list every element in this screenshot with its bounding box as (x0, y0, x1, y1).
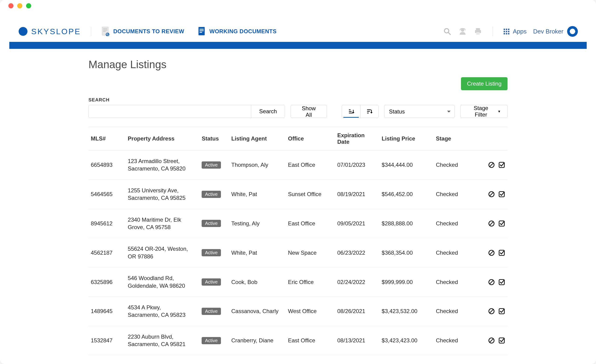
svg-line-45 (490, 280, 493, 284)
cancel-listing-button[interactable] (488, 337, 495, 344)
cell-address: 546 Woodland Rd, Goldendale, WA 98620 (126, 268, 200, 297)
cancel-listing-button[interactable] (488, 220, 495, 227)
search-icon (444, 28, 451, 35)
cancel-listing-button[interactable] (488, 279, 495, 286)
cell-price: $3,423,423.00 (379, 326, 433, 355)
cell-exp: 09/05/2021 (335, 209, 380, 238)
cancel-icon (488, 279, 495, 286)
cell-office: West Office (286, 297, 335, 326)
sort-desc-icon (366, 108, 372, 115)
cell-stage: Checked (433, 326, 478, 355)
th-status[interactable]: Status (199, 127, 229, 151)
cell-actions (478, 326, 507, 355)
stage-filter-button[interactable]: Stage Filter ▼ (460, 105, 507, 118)
cancel-listing-button[interactable] (488, 191, 495, 198)
th-stage[interactable]: Stage (433, 127, 478, 151)
cell-address: 1255 University Ave, Sacramento, CA 9582… (126, 180, 200, 209)
cell-stage: Checked (433, 268, 478, 297)
cell-address: 123 Armadillo Street, Sacramento, CA 958… (126, 151, 200, 180)
mac-close-dot[interactable] (8, 3, 14, 8)
mac-minimize-dot[interactable] (17, 3, 22, 8)
approve-listing-button[interactable] (498, 337, 505, 344)
approve-listing-button[interactable] (498, 279, 505, 286)
support-agent-icon (459, 28, 467, 35)
cell-stage: Checked (433, 297, 478, 326)
search-input[interactable] (89, 105, 251, 118)
header-print-icon[interactable] (474, 27, 482, 36)
check-square-icon (498, 337, 505, 344)
header-accent-bar (9, 42, 587, 49)
cell-agent: Cook, Bob (229, 268, 286, 297)
check-square-icon (498, 249, 505, 256)
cell-exp: 07/31/2021 (335, 355, 380, 359)
cell-office: East Office (286, 326, 335, 355)
approve-listing-button[interactable] (498, 220, 505, 227)
cell-actions (478, 151, 507, 180)
cell-agent: Thompson, Aly (229, 151, 286, 180)
cell-status: Active (199, 297, 229, 326)
apps-menu[interactable]: Apps (503, 28, 527, 35)
th-agent[interactable]: Listing Agent (229, 127, 286, 151)
table-row: 1489645 4534 A Pkwy, Sacramento, CA 9582… (89, 297, 507, 326)
cell-exp: 07/01/2023 (335, 151, 380, 180)
mac-zoom-dot[interactable] (26, 3, 31, 8)
app-window: SKYSLOPE DOCUMENTS TO REVIEW (0, 0, 596, 364)
svg-rect-19 (508, 29, 509, 30)
th-expiration[interactable]: Expiration Date (335, 127, 380, 151)
approve-listing-button[interactable] (498, 308, 505, 315)
cell-mls: 4971246 (89, 355, 126, 359)
apps-menu-label: Apps (513, 28, 527, 35)
cell-office: Eric Office (286, 268, 335, 297)
status-select[interactable]: Status (384, 105, 455, 118)
cell-price: $879,456.00 (379, 355, 433, 359)
nav-documents-to-review[interactable]: DOCUMENTS TO REVIEW (102, 27, 184, 36)
cell-exp: 08/26/2021 (335, 297, 380, 326)
cell-status: Active (199, 268, 229, 297)
header-search-icon[interactable] (443, 27, 452, 36)
cell-price: $999,999.00 (379, 268, 433, 297)
cell-office: New Space (286, 238, 335, 268)
header-separator (91, 27, 91, 36)
nav-working-documents[interactable]: WORKING DOCUMENTS (198, 27, 276, 36)
sort-asc-button[interactable] (342, 105, 360, 118)
cancel-listing-button[interactable] (488, 308, 495, 315)
show-all-button[interactable]: Show All (291, 105, 327, 118)
sort-desc-button[interactable] (360, 105, 378, 118)
brand-logo[interactable]: SKYSLOPE (18, 27, 81, 36)
cell-exp: 06/23/2022 (335, 238, 380, 268)
svg-rect-18 (506, 29, 507, 30)
approve-listing-button[interactable] (498, 191, 505, 198)
th-mls[interactable]: MLS# (89, 127, 126, 151)
caret-down-icon: ▼ (498, 109, 501, 113)
svg-line-12 (448, 32, 450, 34)
th-address[interactable]: Property Address (126, 127, 200, 151)
cancel-listing-button[interactable] (488, 161, 495, 168)
search-button[interactable]: Search (251, 105, 285, 118)
cancel-icon (488, 161, 495, 168)
user-menu[interactable]: Dev Broker (533, 26, 578, 37)
cell-agent: Cassanova, Charly (229, 297, 286, 326)
cancel-listing-button[interactable] (488, 249, 495, 256)
cell-actions (478, 297, 507, 326)
th-price[interactable]: Listing Price (379, 127, 433, 151)
brand-logo-icon (18, 27, 28, 36)
approve-listing-button[interactable] (498, 161, 505, 168)
svg-point-13 (461, 28, 464, 32)
working-documents-icon (198, 27, 206, 36)
cell-address: 55624 OR-204, Weston, OR 97886 (126, 238, 200, 268)
cell-price: $3,423,532.00 (379, 297, 433, 326)
approve-listing-button[interactable] (498, 249, 505, 256)
svg-line-39 (490, 222, 493, 225)
cell-stage: Checked (433, 151, 478, 180)
cell-mls: 6654893 (89, 151, 126, 180)
cell-status: Active (199, 180, 229, 209)
th-office[interactable]: Office (286, 127, 335, 151)
cell-mls: 6325896 (89, 268, 126, 297)
header-support-icon[interactable] (458, 27, 467, 36)
create-listing-button[interactable]: Create Listing (461, 77, 507, 90)
cancel-icon (488, 220, 495, 227)
svg-line-36 (490, 193, 493, 196)
cell-address: 5462 Carlson Dr, Sacramento, CA 95819 (126, 355, 200, 359)
svg-rect-9 (200, 30, 204, 31)
cell-status: Active (199, 355, 229, 359)
